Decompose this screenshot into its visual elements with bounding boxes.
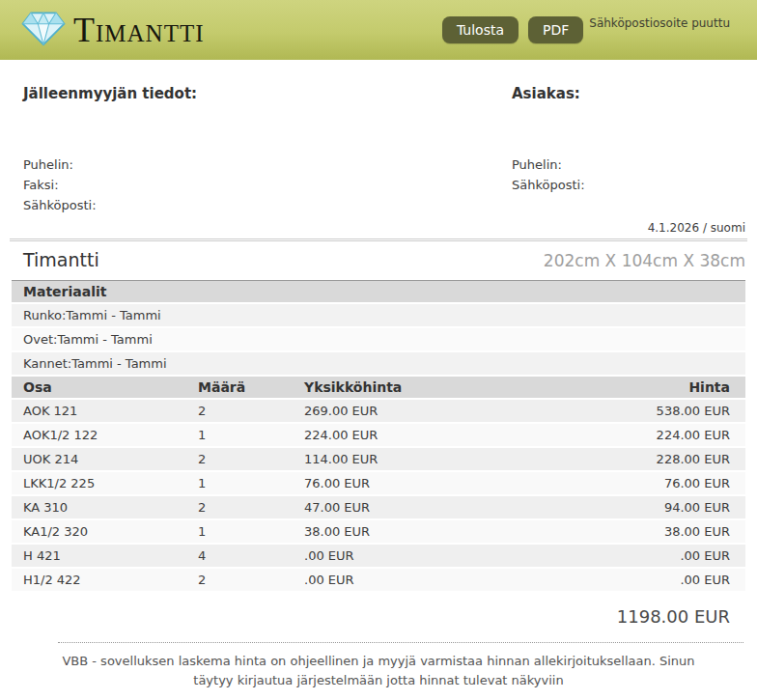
part-unit-price: 47.00 EUR [293,495,591,519]
product-dimensions: 202cm X 104cm X 38cm [544,251,745,270]
part-qty: 2 [186,495,293,519]
part-unit-price: .00 EUR [293,544,591,568]
part-unit-price: 38.00 EUR [293,519,591,544]
parts-table: Osa Määrä Yksikköhinta Hinta AOK 121 2 2… [12,377,745,593]
header-actions: Tulosta PDF Sähköpostiosoite puuttu [442,16,730,43]
part-unit-price: 224.00 EUR [293,423,591,447]
product-title-row: Timantti 202cm X 104cm X 38cm [0,241,757,280]
part-price: 538.00 EUR [591,399,745,423]
part-qty: 1 [186,471,293,495]
material-row: Ovet:Tammi - Tammi [12,328,745,352]
date-locale: 4.1.2026 / suomi [0,215,757,235]
email-missing-note: Sähköpostiosoite puuttu [589,16,730,30]
part-unit-price: 269.00 EUR [293,399,591,423]
table-row: AOK1/2 122 1 224.00 EUR 224.00 EUR [12,423,745,447]
part-qty: 2 [186,447,293,471]
reseller-email-label: Sähköposti: [23,195,512,215]
disclaimer-text: VBB - sovelluksen laskema hinta on ohjee… [54,643,703,698]
table-row: H 421 4 .00 EUR .00 EUR [12,544,745,568]
table-row: KA1/2 320 1 38.00 EUR 38.00 EUR [12,519,745,544]
table-row: UOK 214 2 114.00 EUR 228.00 EUR [12,447,745,471]
pdf-button[interactable]: PDF [528,16,583,43]
customer-info: Asiakas: Puhelin: Sähköposti: [512,85,734,215]
part-code: UOK 214 [12,447,186,471]
part-code: LKK1/2 225 [12,471,186,495]
part-price: .00 EUR [591,568,745,592]
part-price: .00 EUR [591,544,745,568]
part-price: 94.00 EUR [591,495,745,519]
col-header-yksikkohinta: Yksikköhinta [293,377,591,399]
part-unit-price: .00 EUR [293,568,591,592]
table-row: H1/2 422 2 .00 EUR .00 EUR [12,568,745,592]
part-qty: 2 [186,399,293,423]
reseller-heading: Jälleenmyyjän tiedot: [23,85,512,102]
part-price: 224.00 EUR [591,423,745,447]
part-price: 38.00 EUR [591,519,745,544]
part-code: KA 310 [12,495,186,519]
materials-section: Materiaalit Runko:Tammi - Tammi Ovet:Tam… [12,280,745,377]
material-row: Runko:Tammi - Tammi [12,304,745,328]
part-unit-price: 76.00 EUR [293,471,591,495]
materials-heading: Materiaalit [12,280,745,304]
reseller-phone-label: Puhelin: [23,154,512,175]
part-code: AOK 121 [12,399,186,423]
part-code: AOK1/2 122 [12,423,186,447]
customer-heading: Asiakas: [512,85,734,102]
materials-rows: Runko:Tammi - Tammi Ovet:Tammi - Tammi K… [12,304,745,377]
print-button[interactable]: Tulosta [442,16,519,43]
table-row: AOK 121 2 269.00 EUR 538.00 EUR [12,399,745,423]
col-header-hinta: Hinta [591,377,745,399]
col-header-osa: Osa [12,377,186,399]
total-price: 1198.00 EUR [0,593,757,627]
part-qty: 2 [186,568,293,592]
diamond-icon [21,9,66,51]
contact-section: Jälleenmyyjän tiedot: Puhelin: Faksi: Sä… [0,60,757,215]
product-title: Timantti [23,249,99,270]
part-code: H1/2 422 [12,568,186,592]
parts-table-header-row: Osa Määrä Yksikköhinta Hinta [12,377,745,399]
part-price: 76.00 EUR [591,471,745,495]
reseller-fax-label: Faksi: [23,175,512,195]
customer-email-label: Sähköposti: [512,175,734,195]
brand-name: Timantti [73,13,205,47]
part-qty: 1 [186,519,293,544]
part-code: H 421 [12,544,186,568]
col-header-maara: Määrä [186,377,293,399]
reseller-info: Jälleenmyyjän tiedot: Puhelin: Faksi: Sä… [23,85,512,215]
customer-phone-label: Puhelin: [512,154,734,175]
part-code: KA1/2 320 [12,519,186,544]
part-unit-price: 114.00 EUR [293,447,591,471]
material-row: Kannet:Tammi - Tammi [12,352,745,377]
brand-logo: Timantti [21,9,205,51]
table-row: LKK1/2 225 1 76.00 EUR 76.00 EUR [12,471,745,495]
app-header: Timantti Tulosta PDF Sähköpostiosoite pu… [0,0,757,60]
part-price: 228.00 EUR [591,447,745,471]
part-qty: 1 [186,423,293,447]
part-qty: 4 [186,544,293,568]
table-row: KA 310 2 47.00 EUR 94.00 EUR [12,495,745,519]
